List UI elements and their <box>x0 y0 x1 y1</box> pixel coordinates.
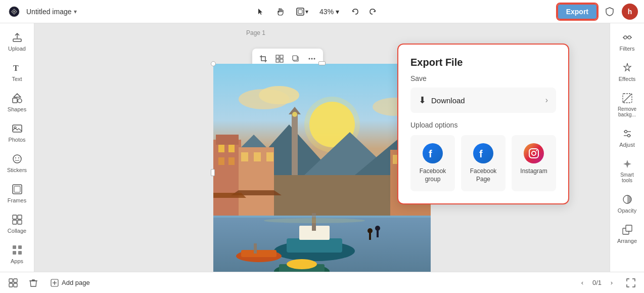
svg-rect-55 <box>254 152 261 161</box>
sidebar-item-shapes-label: Shapes <box>8 106 26 112</box>
svg-rect-6 <box>13 98 17 103</box>
svg-rect-49 <box>218 145 224 152</box>
redo-icon <box>369 8 377 16</box>
svg-point-97 <box>627 135 630 137</box>
svg-point-33 <box>311 58 313 60</box>
frames-icon <box>11 183 23 195</box>
svg-text:f: f <box>479 148 483 159</box>
svg-rect-100 <box>626 225 632 231</box>
sidebar-item-collage[interactable]: Collage <box>3 210 31 238</box>
upload-icon <box>11 31 23 44</box>
facebook-group-label: Facebook group <box>415 168 451 183</box>
crop-icon <box>259 55 267 63</box>
upload-option-facebook-group[interactable]: f Facebook group <box>410 135 455 191</box>
sidebar-item-effects-label: Effects <box>619 76 635 82</box>
svg-text:T: T <box>13 64 19 72</box>
adjust-icon <box>621 128 633 140</box>
next-page-button[interactable]: › <box>606 277 618 289</box>
svg-line-93 <box>623 94 632 103</box>
export-save-label: Save <box>410 74 556 82</box>
canvas-area: Page 1 <box>34 23 610 272</box>
zoom-control[interactable]: 43% ▾ <box>315 6 343 18</box>
title-chevron-icon: ▾ <box>74 8 77 15</box>
main-area: Upload T Text Shapes Photos Stickers <box>0 23 644 272</box>
svg-rect-48 <box>216 135 239 145</box>
svg-rect-67 <box>287 238 342 253</box>
sidebar-item-adjust[interactable]: Adjust <box>613 123 641 152</box>
select-tool-button[interactable] <box>253 4 269 20</box>
sidebar-item-text-label: Text <box>12 76 22 82</box>
sidebar-item-frames[interactable]: Frames <box>3 179 31 207</box>
sidebar-item-photos-label: Photos <box>8 137 25 143</box>
grid-view-button[interactable] <box>6 276 20 290</box>
svg-rect-47 <box>213 140 241 216</box>
frame-selector-button[interactable]: ▾ <box>293 4 311 20</box>
handle-top-left[interactable] <box>211 61 216 66</box>
svg-rect-103 <box>9 283 13 287</box>
redo-button[interactable] <box>364 4 381 20</box>
svg-rect-22 <box>18 251 22 255</box>
shield-button[interactable] <box>602 4 618 20</box>
svg-point-86 <box>536 150 537 151</box>
title-area[interactable]: Untitled image ▾ <box>26 8 77 16</box>
user-avatar[interactable]: h <box>622 4 638 20</box>
trash-icon <box>29 278 38 287</box>
sidebar-item-shapes[interactable]: Shapes <box>3 88 31 116</box>
sidebar-item-smart-tools[interactable]: Smart tools <box>613 154 641 187</box>
delete-page-button[interactable] <box>26 276 40 290</box>
pan-tool-button[interactable] <box>273 4 289 20</box>
svg-text:f: f <box>429 148 432 159</box>
facebook-group-icon: f <box>423 143 443 163</box>
fullscreen-button[interactable] <box>624 276 638 290</box>
sidebar-item-opacity[interactable]: Opacity <box>613 189 641 218</box>
fullscreen-icon <box>626 278 635 287</box>
arrange-icon <box>621 224 633 236</box>
sidebar-item-filters[interactable]: Filters <box>613 27 641 56</box>
svg-rect-104 <box>14 283 17 287</box>
upload-options-label: Upload options <box>410 121 556 129</box>
sidebar-item-upload-label: Upload <box>8 46 26 52</box>
svg-point-11 <box>15 157 16 158</box>
prev-page-button[interactable]: ‹ <box>576 277 588 289</box>
sidebar-item-arrange[interactable]: Arrange <box>613 220 641 248</box>
remove-bg-icon <box>621 92 633 104</box>
sidebar-item-stickers[interactable]: Stickers <box>3 149 31 177</box>
export-button[interactable]: Export <box>557 4 597 20</box>
sidebar-item-upload[interactable]: Upload <box>3 27 31 56</box>
upload-option-instagram[interactable]: Instagram <box>512 135 556 191</box>
photos-icon <box>11 122 23 135</box>
frame-label: ▾ <box>305 8 308 15</box>
svg-rect-8 <box>13 125 22 132</box>
sidebar-item-text[interactable]: T Text <box>3 58 31 86</box>
left-sidebar: Upload T Text Shapes Photos Stickers <box>0 23 34 272</box>
svg-rect-51 <box>218 157 224 165</box>
svg-rect-27 <box>280 55 283 58</box>
svg-marker-58 <box>213 193 246 198</box>
sidebar-item-remove-bg[interactable]: Remove backg... <box>613 88 641 121</box>
add-page-button[interactable]: Add page <box>47 277 94 289</box>
right-sidebar: Filters Effects Remove backg... Adjust S… <box>610 23 644 272</box>
handle-middle-left[interactable] <box>211 169 215 176</box>
svg-rect-16 <box>18 215 22 219</box>
download-option[interactable]: ⬇ Download › <box>410 88 556 113</box>
undo-button[interactable] <box>347 4 363 20</box>
upload-options-grid: f Facebook group f Facebook Page <box>410 135 556 191</box>
svg-rect-2 <box>297 8 304 15</box>
svg-rect-102 <box>14 279 17 282</box>
sidebar-item-apps[interactable]: Apps <box>3 240 31 268</box>
svg-point-10 <box>13 155 21 163</box>
svg-rect-17 <box>13 220 17 224</box>
duplicate-icon <box>292 55 300 63</box>
add-page-icon <box>51 279 59 287</box>
undo-redo-group <box>347 4 381 20</box>
svg-rect-56 <box>266 152 273 161</box>
sidebar-item-effects[interactable]: Effects <box>613 58 641 86</box>
logo[interactable] <box>6 4 22 20</box>
svg-point-88 <box>628 36 631 39</box>
smart-tools-icon <box>621 158 633 170</box>
sidebar-item-photos[interactable]: Photos <box>3 118 31 147</box>
handle-top-middle[interactable] <box>318 61 326 65</box>
logo-icon <box>8 6 20 18</box>
upload-option-facebook-page[interactable]: f Facebook Page <box>461 135 505 191</box>
topbar: Untitled image ▾ ▾ 43% ▾ Export h <box>0 0 644 23</box>
